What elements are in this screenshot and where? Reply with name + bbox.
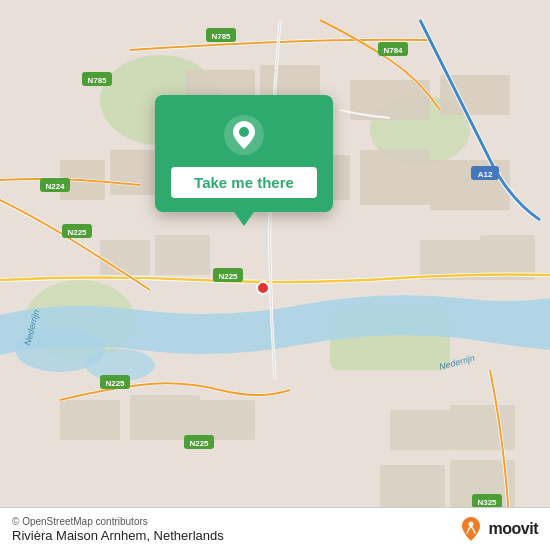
svg-text:N325: N325 (477, 498, 497, 507)
svg-rect-19 (60, 400, 120, 440)
svg-text:N225: N225 (218, 272, 238, 281)
take-me-there-button[interactable]: Take me there (171, 167, 317, 198)
svg-rect-20 (130, 395, 200, 440)
svg-text:N785: N785 (211, 32, 231, 41)
svg-rect-23 (450, 405, 515, 450)
svg-text:N225: N225 (189, 439, 209, 448)
svg-point-50 (257, 282, 269, 294)
osm-attribution: © OpenStreetMap contributors (12, 516, 224, 527)
bottom-info: © OpenStreetMap contributors Rivièra Mai… (12, 516, 224, 543)
svg-text:N784: N784 (383, 46, 403, 55)
map-container: N785 N785 N784 A12 N224 N225 N225 N225 N… (0, 0, 550, 550)
svg-point-52 (239, 127, 249, 137)
svg-text:N225: N225 (67, 228, 87, 237)
svg-text:N225: N225 (105, 379, 125, 388)
svg-rect-9 (360, 150, 430, 205)
moovit-brand-icon (457, 515, 485, 543)
popup-card: Take me there (155, 95, 333, 212)
moovit-logo: moovit (457, 515, 538, 543)
location-name: Rivièra Maison Arnhem, Netherlands (12, 528, 224, 543)
moovit-brand-name: moovit (489, 520, 538, 538)
svg-rect-16 (155, 235, 210, 275)
bottom-bar: © OpenStreetMap contributors Rivièra Mai… (0, 507, 550, 550)
svg-text:A12: A12 (478, 170, 493, 179)
svg-rect-22 (390, 410, 450, 450)
map-background: N785 N785 N784 A12 N224 N225 N225 N225 N… (0, 0, 550, 550)
svg-text:N785: N785 (87, 76, 107, 85)
svg-rect-15 (100, 240, 150, 275)
svg-rect-21 (200, 400, 255, 440)
location-pin-icon (222, 113, 266, 157)
svg-text:N224: N224 (45, 182, 65, 191)
